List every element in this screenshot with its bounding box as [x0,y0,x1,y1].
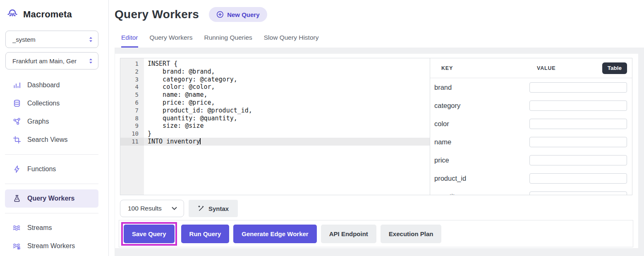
sidebar-item-search-views[interactable]: Search Views [5,131,98,149]
syntax-label: Syntax [208,205,229,212]
bind-variable-row: category [434,96,627,115]
code-line[interactable]: product_id: @product_id, [144,107,430,115]
tab-editor[interactable]: Editor [121,34,138,48]
code-line[interactable]: size: @size [144,122,430,130]
page-header: Query Workers New Query [109,0,644,23]
bind-key-label: name [434,138,451,146]
sidebar-item-label: Search Views [27,136,68,144]
sidebar-item-label: Graphs [27,118,49,125]
sidebar-item-label: Functions [27,165,56,173]
api-endpoint-button[interactable]: API Endpoint [321,225,376,243]
code-text: INTO inventory [148,138,200,145]
main-area: Query Workers New Query EditorQuery Work… [109,0,644,256]
sidebar-item-label: Stream Workers [27,242,75,250]
bind-panel-header: KEY VALUE Table [430,58,632,78]
code-text: INSERT { [148,60,177,67]
bind-variable-row: name [434,133,627,151]
line-number: 4 [120,83,144,91]
table-toggle-button[interactable]: Table [602,62,627,74]
code-text: color: @color, [148,83,215,91]
sort-chevrons-icon [89,58,93,64]
code-text: brand: @brand, [148,68,215,75]
brand-logo[interactable]: Macrometa [0,4,108,26]
tab-slow-query-history[interactable]: Slow Query History [264,34,319,48]
code-line[interactable]: price: @price, [144,99,430,107]
bind-value-input-brand[interactable] [529,82,627,93]
bind-value-input-price[interactable] [529,155,627,165]
sidebar-item-graphs[interactable]: Graphs [5,112,98,131]
bind-key-label: category [434,102,460,110]
new-query-label: New Query [227,11,259,18]
text-cursor [200,138,201,144]
code-line[interactable]: INSERT { [144,60,430,68]
fabric-select-value: _system [12,36,86,43]
tab-running-queries[interactable]: Running Queries [204,34,252,48]
fabric-select[interactable]: _system [5,31,98,48]
editor-content-region: 1234567891011 INSERT { brand: @brand, ca… [115,48,644,256]
page-title: Query Workers [115,8,199,21]
bind-value-input-color[interactable] [529,119,627,129]
code-line[interactable]: brand: @brand, [144,68,430,76]
code-line[interactable]: name: @name, [144,91,430,99]
code-line[interactable]: color: @color, [144,83,430,91]
nav-divider [5,154,98,155]
code-line[interactable]: } [144,130,430,138]
results-limit-select[interactable]: 100 Results [120,200,184,217]
bind-variables-panel: KEY VALUE Table brandcategorycolornamepr… [430,58,632,195]
bind-value-input-quantity[interactable] [529,191,627,195]
bind-variable-row: product_id [434,169,627,187]
generate-edge-worker-button[interactable]: Generate Edge Worker [233,225,316,243]
line-number: 3 [120,76,144,84]
waves-icon [12,224,22,232]
save-query-button[interactable]: Save Query [124,225,175,243]
chevron-down-icon [172,207,177,210]
bind-variable-row: price [434,151,627,169]
region-select-value: Frankfurt am Main, Ger [12,57,86,65]
code-line[interactable]: quantity: @quantity, [144,115,430,122]
lightning-icon [12,165,22,173]
sort-chevrons-icon [89,36,93,43]
tab-bar: EditorQuery WorkersRunning QueriesSlow Q… [109,34,644,48]
plus-circle-icon [216,11,224,18]
editor-code-area[interactable]: INSERT { brand: @brand, category: @categ… [144,58,430,195]
code-text: product_id: @product_id, [148,107,252,114]
bind-value-input-category[interactable] [529,100,627,111]
sidebar-item-collections[interactable]: Collections [5,94,98,112]
sidebar-item-dashboard[interactable]: Dashboard [5,76,98,94]
sidebar-item-query-workers[interactable]: Query Workers [5,189,98,208]
bind-variable-row: quantity [434,187,627,195]
bind-key-label: price [434,156,449,164]
line-number: 8 [120,115,144,122]
region-select[interactable]: Frankfurt am Main, Ger [5,52,98,69]
syntax-button[interactable]: Syntax [189,200,238,217]
sidebar-item-streams[interactable]: Streams [5,219,98,237]
query-editor[interactable]: 1234567891011 INSERT { brand: @brand, ca… [120,58,430,195]
nav-divider [5,184,98,184]
octopus-logo-icon [5,7,19,22]
bind-variable-rows: brandcategorycolornamepriceproduct_idqua… [430,78,632,195]
sidebar-item-label: Collections [27,100,60,107]
code-line[interactable]: INTO inventory [144,138,430,146]
waves-gear-icon [12,242,22,250]
bind-value-input-product_id[interactable] [529,173,627,184]
code-line[interactable]: category: @category, [144,76,430,84]
line-number: 5 [120,91,144,99]
line-number: 1 [120,60,144,68]
code-text: size: @size [148,122,203,129]
sidebar-item-stream-workers[interactable]: Stream Workers [5,237,98,255]
editor-card: 1234567891011 INSERT { brand: @brand, ca… [115,54,638,248]
new-query-button[interactable]: New Query [209,7,267,22]
code-text: quantity: @quantity, [148,115,237,122]
sidebar-item-label: Streams [27,224,52,232]
graph-nodes-icon [12,117,22,126]
tab-query-workers[interactable]: Query Workers [150,34,193,48]
code-text: category: @category, [148,76,237,83]
sidebar-item-label: Query Workers [27,195,74,202]
sidebar-item-functions[interactable]: Functions [5,160,98,178]
run-query-button[interactable]: Run Query [181,225,230,243]
editor-line-numbers: 1234567891011 [120,58,144,195]
execution-plan-button[interactable]: Execution Plan [381,225,442,243]
code-text: name: @name, [148,91,208,98]
bind-value-input-name[interactable] [529,137,627,147]
workspace: 1234567891011 INSERT { brand: @brand, ca… [120,58,632,195]
